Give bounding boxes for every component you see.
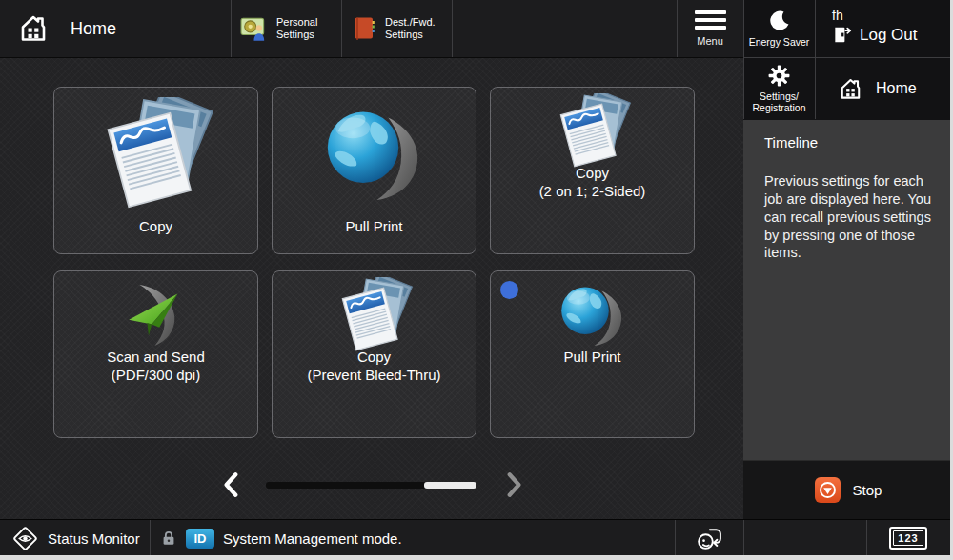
copy-documents-icon: [99, 97, 213, 211]
globe-icon: [555, 277, 631, 353]
check-counter-icon: [695, 524, 723, 552]
status-monitor-eye-icon: [12, 526, 38, 551]
personal-settings-button[interactable]: Personal Settings: [231, 0, 341, 57]
top-bar: Home Personal Settings: [0, 0, 743, 57]
tile-label: Scan and Send(PDF/300 dpi): [54, 348, 257, 384]
lock-icon: [160, 530, 177, 547]
paper-plane-icon: [118, 277, 194, 353]
page-next-button[interactable]: [501, 470, 526, 499]
home-shortcut-label: Home: [876, 80, 917, 97]
logged-in-user: fh: [832, 8, 953, 23]
divider: [150, 520, 151, 556]
tile-label: Copy(Prevent Bleed-Thru): [273, 348, 476, 384]
stop-icon: [815, 477, 841, 503]
tile-copy-prevent-bleed-thru[interactable]: Copy(Prevent Bleed-Thru): [272, 270, 476, 438]
tile-scan-and-send[interactable]: Scan and Send(PDF/300 dpi): [53, 270, 258, 438]
energy-saver-button[interactable]: Energy Saver: [743, 0, 815, 57]
personal-settings-icon: [240, 14, 269, 43]
status-monitor-button[interactable]: Status Monitor: [0, 520, 150, 556]
page-previous-button[interactable]: [219, 470, 244, 499]
current-screen-title: Home: [0, 0, 231, 57]
tile-copy[interactable]: Copy: [53, 87, 258, 254]
copy-documents-icon: [336, 277, 413, 353]
settings-registration-button[interactable]: Settings/ Registration: [743, 58, 815, 119]
stop-button[interactable]: Stop: [743, 461, 953, 519]
address-book-icon: [351, 15, 377, 42]
tile-copy-2on1-2sided[interactable]: Copy(2 on 1; 2-Sided): [490, 87, 695, 254]
tile-label: Pull Print: [491, 348, 694, 366]
timeline-panel: Timeline Previous settings for each job …: [743, 120, 953, 460]
moon-icon: [768, 10, 791, 32]
copy-documents-icon: [555, 93, 631, 170]
page-scrollbar-thumb[interactable]: [424, 482, 476, 489]
divider: [452, 0, 453, 57]
canon-home-screen: Home Personal Settings: [0, 0, 953, 560]
energy-saver-label: Energy Saver: [749, 36, 810, 48]
right-sidebar: Energy Saver fh Log Out: [743, 0, 953, 560]
divider: [743, 520, 744, 556]
notification-dot: [500, 281, 518, 299]
timeline-title: Timeline: [764, 134, 953, 150]
tile-label: Copy(2 on 1; 2-Sided): [491, 164, 694, 200]
log-out-door-icon: [832, 25, 852, 45]
home-shortcut-button[interactable]: Home: [815, 58, 953, 119]
timeline-description: Previous settings for each job are displ…: [764, 172, 937, 262]
tile-label: Copy: [54, 217, 257, 235]
log-out-button[interactable]: fh Log Out: [815, 0, 953, 57]
id-badge: ID: [186, 529, 214, 549]
stop-bar: Stop: [743, 460, 953, 519]
bottom-status-bar: Status Monitor ID System Management mode…: [0, 519, 953, 555]
log-out-label: Log Out: [860, 26, 918, 45]
dest-fwd-settings-label: Dest./Fwd. Settings: [385, 16, 436, 42]
tile-pull-print[interactable]: Pull Print: [272, 87, 476, 254]
personal-settings-label: Personal Settings: [276, 16, 317, 42]
globe-icon: [317, 97, 432, 211]
menu-button[interactable]: Menu: [677, 0, 743, 57]
tile-label: Pull Print: [273, 217, 476, 235]
page-title: Home: [71, 19, 116, 39]
home-icon: [17, 12, 50, 45]
gear-icon: [767, 64, 791, 88]
status-monitor-label: Status Monitor: [48, 530, 140, 547]
system-message-area: ID System Management mode.: [152, 520, 675, 556]
hamburger-menu-icon: [695, 10, 726, 30]
screen-edge: [0, 555, 953, 560]
numeric-keypad-button[interactable]: 123: [866, 520, 950, 556]
menu-label: Menu: [697, 35, 723, 47]
chevron-right-icon: [503, 470, 524, 499]
home-icon: [838, 76, 863, 102]
check-counter-button[interactable]: [675, 520, 743, 556]
chevron-left-icon: [221, 470, 242, 499]
system-message: System Management mode.: [223, 530, 402, 547]
tile-pull-print-2[interactable]: Pull Print: [490, 270, 695, 438]
dest-fwd-settings-button[interactable]: Dest./Fwd. Settings: [341, 0, 452, 57]
numeric-keypad-icon: 123: [889, 527, 926, 550]
page-scrollbar[interactable]: [266, 482, 476, 489]
settings-registration-label: Settings/ Registration: [752, 90, 805, 113]
stop-label: Stop: [853, 482, 882, 498]
home-tile-area: Copy Pull Print Copy(2 on 1; 2-Sided) Sc…: [0, 57, 743, 519]
